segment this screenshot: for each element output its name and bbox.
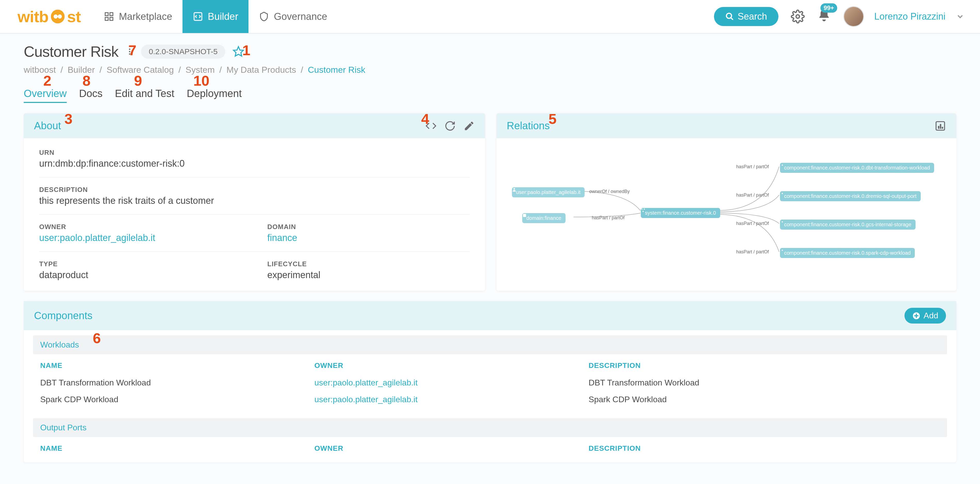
system-icon <box>641 208 646 212</box>
svg-rect-3 <box>105 13 108 16</box>
svg-point-2 <box>58 14 62 19</box>
relation-node-user[interactable]: user:paolo.platter_agilelab.it <box>512 187 585 197</box>
gear-icon[interactable] <box>791 10 805 24</box>
svg-point-25 <box>782 193 783 194</box>
output-ports-title: Output Ports <box>33 418 947 437</box>
desc-value: this represents the risk traits of a cus… <box>39 195 469 206</box>
crumb-current: Customer Risk <box>308 65 365 75</box>
nav-label: Marketplace <box>119 11 172 22</box>
node-label: component:finance.customer-risk.0.spark-… <box>784 250 911 256</box>
relation-node-comp[interactable]: component:finance.customer-risk.0.dbt-tr… <box>780 163 934 173</box>
table-row[interactable]: Spark CDP Workload user:paolo.platter_ag… <box>33 391 947 408</box>
domain-value[interactable]: finance <box>267 232 469 243</box>
breadcrumbs: witboost/ Builder/ Software Catalog/ Sys… <box>0 60 980 75</box>
cell-owner[interactable]: user:paolo.platter_agilelab.it <box>307 374 582 391</box>
col-owner[interactable]: OWNER <box>307 357 582 374</box>
cell-desc: DBT Transformation Workload <box>582 374 947 391</box>
lifecycle-value: experimental <box>267 270 469 280</box>
svg-point-24 <box>782 165 783 166</box>
search-icon <box>725 12 734 21</box>
edit-icon[interactable] <box>463 120 475 132</box>
page-title: Customer Risk <box>24 43 118 60</box>
col-owner[interactable]: OWNER <box>307 439 582 457</box>
relations-card: Relations user:paolo.platter_agilelab.it <box>496 113 956 291</box>
user-name[interactable]: Lorenzo Pirazzini <box>874 11 945 22</box>
crumb[interactable]: Software Catalog <box>107 65 174 75</box>
svg-marker-14 <box>234 46 243 56</box>
nav-item-governance[interactable]: Governance <box>248 0 337 33</box>
crumb[interactable]: My Data Products <box>227 65 296 75</box>
svg-line-9 <box>731 18 733 20</box>
edge-label: hasPart / partOf <box>736 164 769 169</box>
version-chip[interactable]: 0.2.0-SNAPSHOT-5 <box>141 45 225 59</box>
workloads-section: Workloads NAME OWNER DESCRIPTION DBT Tra… <box>24 335 956 413</box>
col-name[interactable]: NAME <box>33 357 307 374</box>
owner-label: OWNER <box>39 223 242 231</box>
crumb[interactable]: Builder <box>68 65 95 75</box>
owner-value[interactable]: user:paolo.platter_agilelab.it <box>39 232 242 243</box>
refresh-icon[interactable] <box>444 120 456 132</box>
edge-label: hasPart / partOf <box>736 192 769 198</box>
svg-rect-6 <box>110 17 113 21</box>
notifications[interactable]: 99+ <box>807 8 831 24</box>
cell-name: Spark CDP Workload <box>33 391 307 408</box>
builder-icon <box>193 11 203 22</box>
relation-node-center[interactable]: system:finance.customer-risk.0 <box>641 208 720 218</box>
components-section: Components Add Workloads NAME OWNER DESC… <box>0 291 980 462</box>
logo-icon <box>49 8 66 25</box>
urn-value: urn:dmb:dp:finance:customer-risk:0 <box>39 158 469 169</box>
gear-mini-icon <box>780 248 784 252</box>
nav-label: Governance <box>274 11 327 22</box>
search-button[interactable]: Search <box>714 7 778 26</box>
about-title: About <box>34 120 61 132</box>
chart-icon[interactable] <box>935 120 946 132</box>
svg-point-23 <box>643 211 644 212</box>
relation-node-comp[interactable]: component:finance.customer-risk.0.spark-… <box>780 248 915 258</box>
tab-edit-test[interactable]: Edit and Test <box>115 88 175 103</box>
tab-deployment[interactable]: Deployment <box>187 88 242 103</box>
edge-label: hasPart / partOf <box>736 249 769 255</box>
relation-node-comp[interactable]: component:finance.customer-risk.0.gcs-in… <box>780 220 916 230</box>
svg-point-13 <box>129 53 130 54</box>
add-label: Add <box>924 311 938 320</box>
table-row[interactable]: DBT Transformation Workload user:paolo.p… <box>33 374 947 391</box>
page-content: Customer Risk 0.2.0-SNAPSHOT-5 witboost/… <box>0 34 980 484</box>
edge-label: hasPart / partOf <box>592 215 625 220</box>
crumb[interactable]: System <box>186 65 215 75</box>
gear-mini-icon <box>780 220 784 224</box>
nav-item-builder[interactable]: Builder <box>183 0 248 33</box>
relations-header: Relations <box>496 113 956 138</box>
relations-title: Relations <box>507 120 550 132</box>
tab-overview[interactable]: Overview <box>24 88 67 103</box>
nav-item-marketplace[interactable]: Marketplace <box>94 0 183 33</box>
svg-point-27 <box>782 250 783 251</box>
relation-node-comp[interactable]: component:finance.customer-risk.0.dremio… <box>780 191 921 201</box>
relations-body[interactable]: user:paolo.platter_agilelab.it ownerOf /… <box>496 138 956 278</box>
cell-owner[interactable]: user:paolo.platter_agilelab.it <box>307 391 582 408</box>
more-icon[interactable] <box>126 48 134 56</box>
avatar[interactable] <box>843 6 864 27</box>
workloads-table: NAME OWNER DESCRIPTION DBT Transformatio… <box>33 357 947 408</box>
col-desc[interactable]: DESCRIPTION <box>582 439 947 457</box>
node-label: user:paolo.platter_agilelab.it <box>516 189 581 195</box>
tabs: Overview Docs Edit and Test Deployment <box>0 75 980 103</box>
col-desc[interactable]: DESCRIPTION <box>582 357 947 374</box>
add-button[interactable]: Add <box>904 308 946 324</box>
star-icon[interactable] <box>232 46 244 58</box>
logo[interactable]: witb st <box>18 8 81 26</box>
about-header: About <box>24 113 485 138</box>
svg-rect-18 <box>942 127 943 128</box>
svg-point-1 <box>54 14 58 19</box>
node-label: component:finance.customer-risk.0.dremio… <box>784 193 916 199</box>
edge-label: ownerOf / ownedBy <box>589 189 630 194</box>
col-name[interactable]: NAME <box>33 439 307 457</box>
svg-point-19 <box>514 188 515 190</box>
relation-node-domain[interactable]: domain:finance <box>522 213 566 223</box>
crumb[interactable]: witboost <box>24 65 56 75</box>
grid-icon <box>104 11 114 22</box>
chevron-down-icon[interactable] <box>956 12 964 21</box>
urn-label: URN <box>39 149 469 157</box>
tab-docs[interactable]: Docs <box>79 88 103 103</box>
user-icon <box>512 187 517 192</box>
code-icon[interactable] <box>425 120 437 132</box>
